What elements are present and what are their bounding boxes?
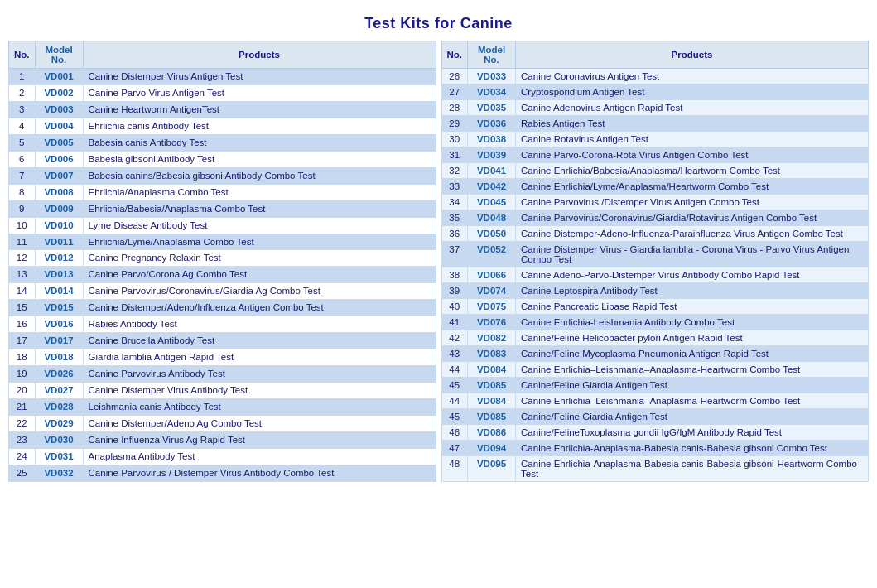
page-title: Test Kits for Canine (8, 8, 869, 41)
row-no: 5 (9, 134, 36, 151)
row-product: Ehrlichia canis Antibody Test (83, 118, 436, 134)
row-model: VD083 (468, 346, 516, 362)
table-row: 8 VD008 Ehrlichia/Anaplasma Combo Test (9, 184, 436, 200)
row-product: Canine/Feline Helicobacter pylori Antige… (516, 330, 869, 346)
row-no: 35 (441, 210, 468, 226)
row-no: 34 (441, 195, 468, 210)
row-no: 24 (9, 448, 36, 465)
row-product: Canine Distemper-Adeno-Influenza-Parainf… (516, 226, 869, 242)
row-product: Rabies Antigen Test (516, 116, 869, 132)
row-no: 37 (441, 242, 468, 267)
table-row: 45 VD085 Canine/Feline Giardia Antigen T… (441, 378, 869, 393)
table-row: 38 VD066 Canine Adeno-Parvo-Distemper Vi… (441, 267, 869, 283)
row-product: Anaplasma Antibody Test (83, 448, 436, 465)
row-no: 10 (9, 217, 36, 234)
left-col-no: No. (9, 41, 36, 69)
table-container: No. Model No. Products 1 VD001 Canine Di… (8, 41, 869, 482)
row-no: 22 (9, 416, 36, 432)
table-row: 24 VD031 Anaplasma Antibody Test (9, 448, 436, 465)
row-no: 27 (441, 84, 468, 100)
table-row: 23 VD030 Canine Influenza Virus Ag Rapid… (9, 431, 436, 448)
row-no: 44 (441, 362, 468, 378)
page: Test Kits for Canine No. Model No. Produ… (0, 0, 877, 490)
table-row: 16 VD016 Rabies Antibody Test (9, 316, 436, 333)
table-row: 26 VD033 Canine Coronavirus Antigen Test (441, 69, 869, 84)
row-product: Canine Ehrlichia–Leishmania–Anaplasma-He… (516, 393, 869, 409)
table-row: 1 VD001 Canine Distemper Virus Antigen T… (9, 69, 436, 85)
row-no: 4 (9, 118, 36, 134)
row-product: Canine Parvovirus Antibody Test (83, 366, 436, 383)
row-model: VD042 (468, 179, 516, 195)
table-row: 30 VD038 Canine Rotavirus Antigen Test (441, 132, 869, 147)
row-product: Canine Ehrlichia-Anaplasma-Babesia canis… (516, 441, 869, 456)
row-product: Canine Distemper Virus - Giardia lamblia… (516, 242, 869, 267)
row-model: VD015 (35, 300, 83, 316)
row-no: 11 (9, 234, 36, 250)
row-no: 38 (441, 267, 468, 283)
row-product: Canine Ehrlichia/Babesia/Anaplasma/Heart… (516, 163, 869, 179)
row-no: 8 (9, 184, 36, 200)
table-row: 3 VD003 Canine Heartworm AntigenTest (9, 101, 436, 118)
row-no: 26 (441, 69, 468, 84)
row-no: 16 (9, 316, 36, 333)
row-model: VD095 (468, 456, 516, 482)
row-no: 28 (441, 100, 468, 116)
row-no: 32 (441, 163, 468, 179)
table-row: 47 VD094 Canine Ehrlichia-Anaplasma-Babe… (441, 441, 869, 456)
row-product: Canine Distemper Virus Antigen Test (83, 69, 436, 85)
row-model: VD075 (468, 299, 516, 315)
row-model: VD003 (35, 101, 83, 118)
table-row: 29 VD036 Rabies Antigen Test (441, 116, 869, 132)
row-model: VD085 (468, 378, 516, 393)
table-row: 25 VD032 Canine Parvovirus / Distemper V… (9, 465, 436, 481)
row-product: Babesia canis Antibody Test (83, 134, 436, 151)
row-model: VD076 (468, 315, 516, 330)
table-row: 5 VD005 Babesia canis Antibody Test (9, 134, 436, 151)
row-model: VD035 (468, 100, 516, 116)
table-row: 43 VD083 Canine/Feline Mycoplasma Pneumo… (441, 346, 869, 362)
right-col-model: Model No. (468, 41, 516, 69)
right-col-products: Products (516, 41, 869, 69)
row-no: 29 (441, 116, 468, 132)
row-product: Canine/Feline Mycoplasma Pneumonia Antig… (516, 346, 869, 362)
row-no: 25 (9, 465, 36, 481)
row-model: VD084 (468, 393, 516, 409)
row-product: Canine/FelineToxoplasma gondii IgG/IgM A… (516, 425, 869, 441)
row-model: VD084 (468, 362, 516, 378)
row-no: 36 (441, 226, 468, 242)
row-product: Canine Ehrlichia-Leishmania Antibody Com… (516, 315, 869, 330)
row-no: 45 (441, 378, 468, 393)
table-row: 44 VD084 Canine Ehrlichia–Leishmania–Ana… (441, 362, 869, 378)
row-model: VD085 (468, 409, 516, 425)
row-model: VD094 (468, 441, 516, 456)
row-model: VD007 (35, 167, 83, 184)
row-no: 19 (9, 366, 36, 383)
row-model: VD030 (35, 431, 83, 448)
table-row: 28 VD035 Canine Adenovirus Antigen Rapid… (441, 100, 869, 116)
row-no: 18 (9, 349, 36, 366)
row-no: 31 (441, 147, 468, 163)
row-model: VD011 (35, 234, 83, 250)
left-col-products: Products (83, 41, 436, 69)
row-product: Canine Distemper/Adeno/Influenza Antigen… (83, 300, 436, 316)
table-row: 27 VD034 Cryptosporidium Antigen Test (441, 84, 869, 100)
row-product: Canine Pregnancy Relaxin Test (83, 250, 436, 267)
row-product: Babesia canins/Babesia gibsoni Antibody … (83, 167, 436, 184)
row-model: VD082 (468, 330, 516, 346)
left-col-model: Model No. (35, 41, 83, 69)
row-no: 3 (9, 101, 36, 118)
table-row: 31 VD039 Canine Parvo-Corona-Rota Virus … (441, 147, 869, 163)
table-row: 6 VD006 Babesia gibsoni Antibody Test (9, 151, 436, 167)
row-product: Canine Ehrlichia–Leishmania–Anaplasma-He… (516, 362, 869, 378)
row-model: VD008 (35, 184, 83, 200)
row-product: Canine Adenovirus Antigen Rapid Test (516, 100, 869, 116)
row-product: Canine Brucella Antibody Test (83, 333, 436, 349)
row-product: Canine Parvovirus/Coronavirus/Giardia Ag… (83, 283, 436, 300)
row-model: VD041 (468, 163, 516, 179)
row-no: 1 (9, 69, 36, 85)
row-model: VD066 (468, 267, 516, 283)
row-model: VD018 (35, 349, 83, 366)
table-row: 33 VD042 Canine Ehrlichia/Lyme/Anaplasma… (441, 179, 869, 195)
row-no: 47 (441, 441, 468, 456)
row-no: 20 (9, 383, 36, 399)
